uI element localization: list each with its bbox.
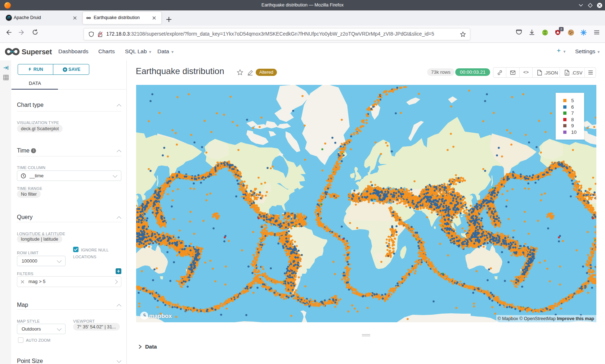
- svg-text:mapbox: mapbox: [149, 313, 172, 319]
